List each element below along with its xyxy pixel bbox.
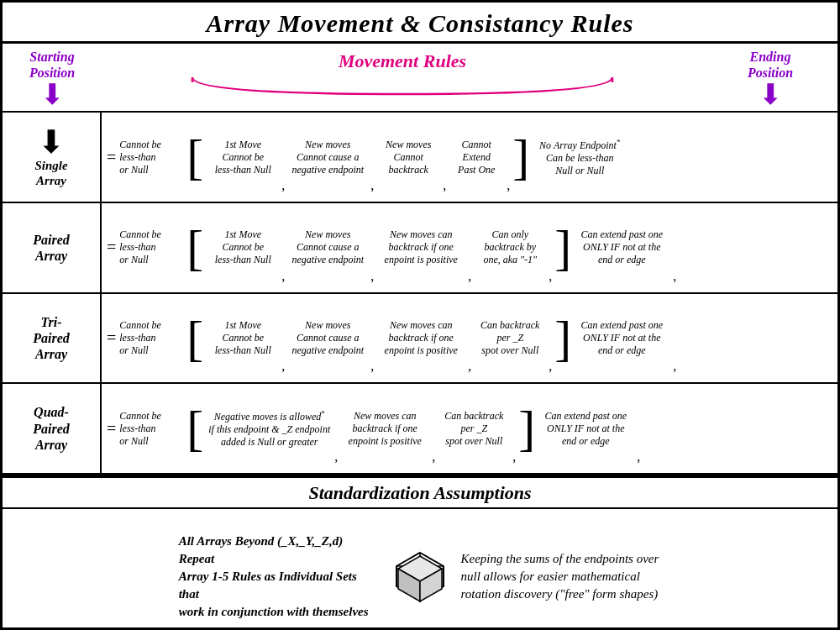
tri-paired-array-bracket-right: ] [554,313,571,364]
paired-array-rule3: New moves canbacktrack if oneenpoint is … [375,227,467,268]
ending-label: EndingPosition [748,49,793,81]
quad-paired-array-sep3: , [512,449,516,470]
quad-paired-array-sep1: , [334,449,338,470]
single-array-equals: = [107,148,116,167]
paired-array-content: = Cannot beless-thanor Null [ 1st MoveCa… [102,203,837,292]
paired-array-row: PairedArray = Cannot beless-thanor Null … [3,203,837,294]
header-row: StartingPosition ⬇ Movement Rules Ending… [3,44,837,113]
single-array-type: ⬇ SingleArray [3,113,102,202]
ending-position-header: EndingPosition ⬇ [703,47,837,109]
paired-array-rule1: 1st MoveCannot beless-than Null [205,227,281,268]
footer-left-text: All Arrays Beyond (_X,_Y,_Z,d) Repeat Ar… [179,533,380,621]
single-array-sep1: , [281,178,285,198]
footer-right-text: Keeping the sums of the endpoints over n… [461,550,662,603]
tri-paired-array-sep3: , [468,359,471,379]
tri-paired-array-ending-sep: , [673,359,676,379]
paired-array-ending: Can extend past oneONLY IF not at theend… [571,227,672,268]
single-array-sep2: , [370,178,374,198]
tri-paired-array-bracket-left: [ [186,313,203,364]
tri-paired-array-rule1: 1st MoveCannot beless-than Null [205,318,281,359]
movement-rules-label: Movement Rules [339,50,466,72]
single-array-rule1: 1st MoveCannot beless-than Null [205,137,281,178]
movement-brace-icon [184,74,621,97]
paired-array-ending-sep: , [673,269,676,289]
starting-arrow-icon: ⬇ [40,81,64,109]
tri-paired-array-sep2: , [370,359,374,379]
tri-paired-array-content: = Cannot beless-thanor Null [ 1st MoveCa… [102,294,837,383]
quad-paired-array-ending: Can extend past oneONLY IF not at theend… [535,408,636,449]
footer: Standardization Assumptions All Arrays B… [3,473,837,627]
footer-content: All Arrays Beyond (_X,_Y,_Z,d) Repeat Ar… [162,526,679,627]
paired-array-equals: = [107,238,116,257]
quad-paired-array-bracket-right: ] [518,403,535,454]
single-array-arrow-icon: ⬇ [38,126,65,158]
quad-paired-array-starting: Cannot beless-thanor Null [119,408,186,449]
single-array-rule4: CannotExtendPast One [447,137,506,178]
single-array-sep4: , [507,178,510,198]
single-array-content: = Cannot be less-than or Null [ 1st Move… [102,113,837,202]
page-title: Array Movement & Consistancy Rules [3,9,837,38]
quad-paired-array-row: Quad-PairedArray = Cannot beless-thanor … [3,384,837,473]
single-array-rule2: New movesCannot cause anegative endpoint [286,137,370,178]
quad-paired-array-rule3: Can backtrackper _Zspot over Null [436,408,512,449]
single-array-rule3: New movesCannotbacktrack [375,137,442,178]
quad-paired-array-type: Quad-PairedArray [3,384,102,473]
tri-paired-array-rule2: New movesCannot cause anegative endpoint [286,318,370,359]
tri-paired-array-row: Tri-PairedArray = Cannot beless-thanor N… [3,294,837,385]
paired-array-starting: Cannot beless-thanor Null [119,227,186,268]
ending-arrow-icon: ⬇ [759,81,782,109]
tri-paired-array-label: Tri-PairedArray [33,314,70,363]
paired-array-rule2: New movesCannot cause anegative endpoint [286,227,370,268]
tri-paired-array-rule4: Can backtrackper _Zspot over Null [472,318,548,359]
page: Array Movement & Consistancy Rules Start… [0,0,840,630]
tri-paired-array-starting: Cannot beless-thanor Null [119,318,186,359]
starting-label: StartingPosition [29,49,75,81]
single-array-ending: No Array Endpoint*Can be less-thanNull o… [529,136,630,179]
quad-paired-array-equals: = [107,419,116,438]
paired-array-rule4: Can onlybacktrack byone, aka "-1" [472,227,548,268]
movement-rules-header: Movement Rules [102,47,703,97]
rules-section: ⬇ SingleArray = Cannot be less-than or N… [3,113,837,473]
single-array-sep3: , [443,178,446,198]
paired-array-sep2: , [370,269,374,289]
quad-paired-array-rule2: New moves canbacktrack if oneenpoint is … [339,408,431,449]
tri-paired-array-sep4: , [549,359,552,379]
paired-array-sep4: , [549,269,552,289]
single-array-row: ⬇ SingleArray = Cannot be less-than or N… [3,113,837,203]
footer-title: Standardization Assumptions [3,475,837,509]
starting-position-header: StartingPosition ⬇ [3,47,102,109]
cube-icon [393,549,448,604]
single-array-starting: Cannot be less-than or Null [119,137,186,178]
tri-paired-array-sep1: , [281,359,285,379]
paired-array-type: PairedArray [3,203,102,292]
paired-array-bracket-left: [ [186,223,203,273]
title-bar: Array Movement & Consistancy Rules [3,3,837,44]
quad-paired-array-sep2: , [432,449,435,470]
paired-array-label: PairedArray [33,232,70,264]
quad-paired-array-label: Quad-PairedArray [33,404,70,453]
tri-paired-array-type: Tri-PairedArray [3,294,102,383]
quad-paired-array-content: = Cannot beless-thanor Null [ Negative m… [102,384,837,473]
paired-array-bracket-right: ] [554,223,571,273]
paired-array-sep3: , [468,269,471,289]
tri-paired-array-ending: Can extend past oneONLY IF not at theend… [571,318,672,359]
quad-paired-array-bracket-left: [ [186,403,203,454]
tri-paired-array-rule3: New moves canbacktrack if oneenpoint is … [375,318,467,359]
paired-array-sep1: , [281,269,285,289]
single-array-bracket-left: [ [186,132,203,182]
quad-paired-array-rule1: Negative moves is allowed*if this endpoi… [205,407,333,450]
quad-paired-array-ending-sep: , [637,449,640,470]
tri-paired-array-equals: = [107,328,116,348]
single-array-label: SingleArray [34,158,67,188]
single-array-bracket-right: ] [512,132,529,182]
